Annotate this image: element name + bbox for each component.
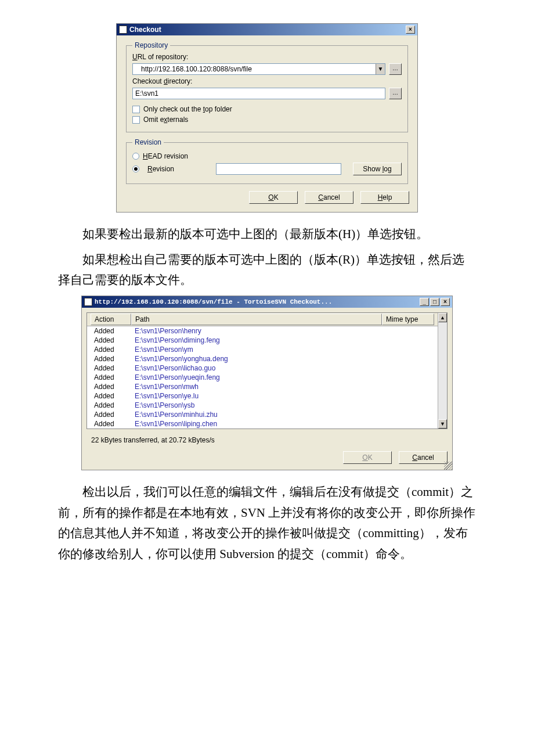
dialog-title: Checkout [129, 26, 161, 34]
checkout-dir-input[interactable]: E:\svn1 [132, 88, 385, 99]
row-mime [382, 401, 434, 409]
paragraph-1: 如果要检出最新的版本可选中上图的（最新版本(H)）单选按钮。 [58, 224, 476, 245]
revision-group: Revision HEAD revision Revision Show log [126, 138, 408, 184]
row-action: Added [91, 383, 131, 391]
head-revision-radio[interactable] [132, 153, 139, 160]
head-revision-label: HEAD revision [143, 152, 188, 160]
vertical-scrollbar[interactable]: ▲ ▼ [438, 313, 447, 429]
row-mime [382, 383, 434, 391]
progress-title: http://192.168.100.120:8088/svn/file - T… [95, 298, 332, 305]
app-icon [119, 26, 127, 34]
browse-dir-button[interactable]: … [389, 88, 402, 99]
titlebar[interactable]: Checkout × [117, 24, 417, 35]
paragraph-2: 如果想检出自己需要的版本可选中上图的（版本(R)）单选按钮，然后选择自己需要的版… [58, 250, 476, 291]
row-path: E:\svn1\Person\yueqin.feng [131, 373, 382, 381]
col-mime-header[interactable]: Mime type [382, 314, 434, 325]
list-item[interactable]: AddedE:\svn1\Person\ysb [87, 401, 438, 410]
row-action: Added [91, 420, 131, 428]
row-action: Added [91, 392, 131, 400]
row-mime [382, 345, 434, 354]
row-mime [382, 336, 434, 344]
row-mime [382, 355, 434, 363]
row-path: E:\svn1\Person\henry [131, 327, 382, 335]
url-label: URL of repository: [132, 53, 402, 61]
list-item[interactable]: AddedE:\svn1\Person\diming.feng [87, 336, 438, 345]
revision-radio[interactable] [132, 165, 139, 172]
checkout-dialog: Checkout × Repository URL of repository:… [116, 23, 418, 213]
row-mime [382, 364, 434, 372]
row-action: Added [91, 345, 131, 354]
close-icon[interactable]: × [406, 26, 415, 34]
repo-url-value: http://192.168.100.120:8088/svn/file [133, 64, 376, 74]
browse-repo-button[interactable]: … [389, 63, 402, 75]
minimize-icon[interactable]: _ [420, 298, 429, 306]
progress-dialog: http://192.168.100.120:8088/svn/file - T… [81, 296, 453, 470]
row-mime [382, 373, 434, 381]
revision-input[interactable] [216, 163, 341, 175]
row-action: Added [91, 364, 131, 372]
row-path: E:\svn1\Person\mwh [131, 383, 382, 391]
row-path: E:\svn1\Person\ysb [131, 401, 382, 409]
progress-list: Action Path Mime type AddedE:\svn1\Perso… [86, 312, 448, 429]
list-item[interactable]: AddedE:\svn1\Person\lichao.guo [87, 363, 438, 373]
close-icon[interactable]: × [441, 298, 450, 306]
repository-legend: Repository [132, 41, 170, 49]
ok-button: OK [343, 451, 392, 464]
omit-externals-label: Omit externals [143, 116, 188, 124]
list-item[interactable]: AddedE:\svn1\Person\yueqin.feng [87, 373, 438, 382]
revision-legend: Revision [132, 138, 164, 146]
resize-grip-icon[interactable] [444, 462, 452, 470]
revision-label: Revision [147, 165, 211, 173]
col-action-header[interactable]: Action [91, 314, 131, 325]
row-mime [382, 411, 434, 419]
row-path: E:\svn1\Person\ym [131, 345, 382, 354]
row-path: E:\svn1\Person\ye.lu [131, 392, 382, 400]
row-action: Added [91, 373, 131, 381]
transfer-status: 22 kBytes transferred, at 20.72 kBytes/s [86, 429, 448, 444]
list-item[interactable]: AddedE:\svn1\Person\ym [87, 345, 438, 354]
cancel-button[interactable]: Cancel [305, 191, 353, 204]
list-item[interactable]: AddedE:\svn1\Person\mwh [87, 382, 438, 391]
row-action: Added [91, 355, 131, 363]
row-action: Added [91, 327, 131, 335]
row-mime [382, 392, 434, 400]
list-header: Action Path Mime type [87, 313, 438, 326]
row-mime [382, 327, 434, 335]
only-top-checkbox[interactable] [132, 106, 140, 113]
ok-button[interactable]: OK [249, 191, 298, 204]
list-item[interactable]: AddedE:\svn1\Person\liping.chen [87, 419, 438, 429]
row-mime [382, 420, 434, 428]
row-action: Added [91, 401, 131, 409]
list-item[interactable]: AddedE:\svn1\Person\yonghua.deng [87, 354, 438, 363]
row-action: Added [91, 336, 131, 344]
scroll-up-icon[interactable]: ▲ [438, 313, 447, 322]
omit-externals-checkbox[interactable] [132, 116, 140, 124]
paragraph-3: 检出以后，我们可以任意的编辑文件，编辑后在没有做提交（commit）之前，所有的… [58, 482, 476, 565]
list-item[interactable]: AddedE:\svn1\Person\henry [87, 326, 438, 336]
row-path: E:\svn1\Person\yonghua.deng [131, 355, 382, 363]
row-path: E:\svn1\Person\diming.feng [131, 336, 382, 344]
scroll-down-icon[interactable]: ▼ [438, 419, 447, 429]
repo-url-dropdown[interactable]: http://192.168.100.120:8088/svn/file ▼ [132, 63, 385, 75]
only-top-label: Only check out the top folder [143, 105, 232, 113]
show-log-button[interactable]: Show log [353, 163, 402, 175]
list-item[interactable]: AddedE:\svn1\Person\minhui.zhu [87, 410, 438, 419]
row-action: Added [91, 411, 131, 419]
row-path: E:\svn1\Person\minhui.zhu [131, 411, 382, 419]
maximize-icon[interactable]: □ [430, 298, 439, 306]
app-icon [84, 298, 92, 306]
progress-titlebar[interactable]: http://192.168.100.120:8088/svn/file - T… [82, 296, 452, 308]
repository-group: Repository URL of repository: http://192… [126, 41, 408, 132]
help-button[interactable]: Help [360, 191, 409, 204]
row-path: E:\svn1\Person\lichao.guo [131, 364, 382, 372]
dir-label: Checkout directory: [132, 77, 402, 85]
col-path-header[interactable]: Path [131, 314, 382, 325]
chevron-down-icon[interactable]: ▼ [376, 64, 385, 74]
row-path: E:\svn1\Person\liping.chen [131, 420, 382, 428]
list-item[interactable]: AddedE:\svn1\Person\ye.lu [87, 391, 438, 401]
cancel-button[interactable]: Cancel [399, 451, 448, 464]
